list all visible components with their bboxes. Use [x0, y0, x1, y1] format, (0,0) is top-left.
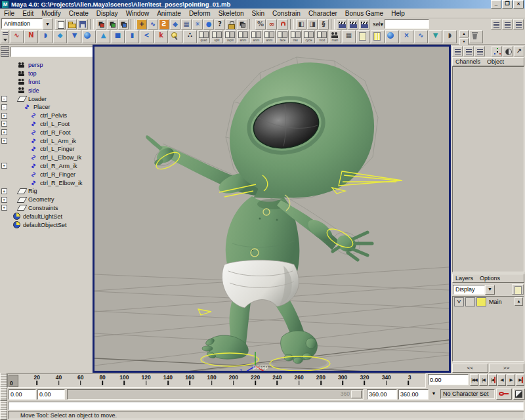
step-back-frame-button[interactable]: |◀	[479, 374, 488, 386]
menu-window[interactable]: Window	[122, 10, 154, 17]
snap-plane-icon[interactable]: ◆	[170, 19, 180, 30]
outliner-item-Rig[interactable]: +Rig	[0, 187, 93, 196]
outliner-item-Geometry[interactable]: +Geometry	[0, 196, 93, 204]
auto-key-toggle[interactable]	[513, 388, 525, 400]
anim-start-field[interactable]	[9, 389, 36, 400]
joint-tool-icon[interactable]: <	[140, 30, 154, 43]
hide-selected-icon[interactable]	[385, 30, 399, 43]
channel-box-menu-channels[interactable]: Channels	[455, 58, 480, 65]
set-key-button[interactable]	[496, 388, 512, 400]
outliner-item-ctrl_Pelvis[interactable]: +∿ctrl_Pelvis	[0, 112, 93, 120]
expander-icon[interactable]: +	[1, 121, 7, 127]
anim-end-field[interactable]	[398, 389, 429, 400]
outliner-item-ctrl_L_Arm_ik[interactable]: +∿ctrl_L_Arm_ik	[0, 136, 93, 145]
shelf-scroll-up-icon[interactable]: ▲	[459, 30, 469, 37]
outliner-item-ctrl_R_Elbow_ik[interactable]: ∿ctrl_R_Elbow_ik	[0, 178, 93, 187]
menu-bonus-game[interactable]: Bonus Game	[341, 10, 387, 17]
channel-speed-mode-icon[interactable]	[474, 46, 485, 56]
layout-cycle-button[interactable]: cycle	[303, 30, 315, 43]
outliner-item-ctrl_L_Foot[interactable]: +∿ctrl_L_Foot	[0, 120, 93, 129]
planar-icon[interactable]: ▼	[68, 30, 81, 43]
range-slider-grip[interactable]	[0, 387, 7, 401]
expander-icon[interactable]: +	[1, 129, 7, 135]
layout-face-button[interactable]: face	[276, 30, 289, 43]
layer-color-swatch[interactable]	[476, 297, 486, 306]
minimize-button[interactable]: _	[491, 0, 501, 9]
layer-row[interactable]: V Main	[453, 297, 524, 307]
ik-handle-tool-icon[interactable]: k	[154, 30, 168, 43]
layer-mode-toggle[interactable]	[465, 297, 475, 306]
time-slider[interactable]: 2040608010012014016018020022024026028030…	[7, 373, 426, 388]
input-connections-icon[interactable]: ◧	[296, 19, 306, 30]
help-line-grip[interactable]	[0, 410, 7, 420]
snap-align-icon[interactable]: %	[255, 19, 266, 30]
layer-menu-options[interactable]: Options	[480, 275, 500, 282]
delete-shelf-item-icon[interactable]	[469, 30, 483, 43]
close-button[interactable]: ×	[513, 0, 524, 9]
title-bar[interactable]: M Maya 4.0: G:\Projects\Alien.Maya\scene…	[0, 0, 525, 9]
channel-slider-mode-icon[interactable]	[452, 46, 463, 56]
particle-tool-icon[interactable]: ∴	[183, 30, 197, 43]
select-help-icon[interactable]: ◤	[237, 19, 247, 30]
file-save-icon[interactable]	[77, 19, 88, 30]
channel-box-menu-object[interactable]: Object	[487, 58, 504, 65]
cv-curve-tool-icon[interactable]: N	[24, 30, 38, 43]
outliner-item-side[interactable]: side	[0, 86, 93, 94]
file-new-icon[interactable]	[55, 19, 66, 30]
pushpin-icon[interactable]	[169, 30, 182, 43]
menu-modify[interactable]: Modify	[37, 10, 64, 17]
character-set-menu-icon[interactable]: ▼	[429, 390, 439, 398]
layer-visibility-toggle[interactable]: V	[454, 297, 464, 306]
layer-display-arrow-icon[interactable]: ▼	[485, 285, 495, 295]
outliner-item-defaultObjectSet[interactable]: defaultObjectSet	[0, 220, 93, 229]
hypergraph-icon[interactable]: ▦	[342, 30, 356, 43]
step-back-key-button[interactable]: |◀	[488, 374, 497, 386]
live-surface-icon[interactable]: ▦	[181, 19, 192, 30]
perspective-viewport[interactable]: z x persp	[93, 45, 451, 373]
play-backwards-button[interactable]: ◀	[497, 374, 506, 386]
menu-help[interactable]: Help	[387, 10, 409, 17]
poly-cylinder-icon[interactable]: ▮	[125, 30, 139, 43]
connect-icon[interactable]: ∞	[266, 19, 277, 30]
menu-constrain[interactable]: Constrain	[268, 10, 304, 17]
snap-grid-icon[interactable]: +	[136, 19, 147, 30]
playback-start-field[interactable]	[37, 389, 65, 400]
ipr-render-icon[interactable]	[348, 19, 358, 30]
select-object-icon[interactable]: ◤	[107, 19, 117, 30]
layer-display-dropdown[interactable]: Display ▼	[453, 285, 495, 295]
snap-center-icon[interactable]: ✳	[192, 19, 203, 30]
quick-select-input[interactable]	[385, 19, 429, 29]
outliner-item-defaultLightSet[interactable]: defaultLightSet	[0, 212, 93, 220]
revolve-icon[interactable]: ◗	[39, 30, 52, 43]
command-line-grip[interactable]	[0, 401, 7, 410]
outliner-item-persp[interactable]: persp	[0, 61, 93, 70]
layout-quad-button[interactable]: quad	[198, 30, 210, 43]
outliner-item-Loader[interactable]: -Loader	[0, 94, 93, 103]
render-globals-icon[interactable]	[359, 19, 369, 30]
flat-tangents-icon[interactable]: ∿	[414, 30, 428, 43]
outliner-item-ctrl_R_Arm_ik[interactable]: +∿ctrl_R_Arm_ik	[0, 162, 93, 171]
ik-allowed-icon[interactable]: ●	[203, 19, 214, 30]
nurbs-cone-icon[interactable]: ▲	[96, 30, 110, 43]
command-line-input[interactable]	[8, 402, 524, 410]
quick-help-icon[interactable]: ?	[215, 19, 225, 30]
layer-scroll-up-icon[interactable]: ▲	[514, 297, 523, 306]
outliner-item-ctrl_L_Elbow_ik[interactable]: ∿ctrl_L_Elbow_ik	[0, 154, 93, 162]
outliner-item-ctrl_R_Finger[interactable]: ∿ctrl_R_Finger	[0, 170, 93, 178]
outliner-item-Placer[interactable]: -∿Placer	[0, 103, 93, 112]
layout-mod-button[interactable]: mod	[316, 30, 328, 43]
snap-curve-icon[interactable]: ∿	[148, 19, 158, 30]
layout-anim3-button[interactable]: anim	[263, 30, 276, 43]
outliner-sort-icon[interactable]	[1, 52, 9, 57]
menu-file[interactable]: File	[0, 10, 18, 17]
lock-icon[interactable]	[226, 19, 236, 30]
expander-icon[interactable]: +	[1, 205, 7, 211]
drop-tool-icon[interactable]: ▼	[429, 30, 442, 43]
expander-icon[interactable]: -	[1, 104, 7, 110]
character-set-label[interactable]: No Character Set	[440, 389, 495, 399]
layer-scroll-right-button[interactable]: >>	[489, 364, 525, 373]
layer-scroll-left-button[interactable]: <<	[452, 364, 488, 373]
select-hierarchy-icon[interactable]: ◤	[96, 19, 106, 30]
file-open-icon[interactable]	[66, 19, 77, 30]
layout-anim1-button[interactable]: anim	[237, 30, 249, 43]
